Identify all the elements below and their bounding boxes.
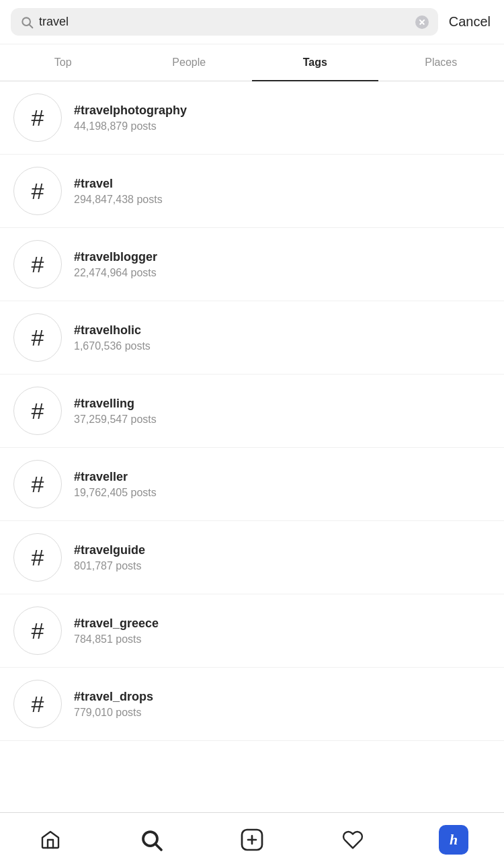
hashtag-circle: # bbox=[13, 606, 62, 655]
tag-info: #travel294,847,438 posts bbox=[74, 177, 163, 206]
tag-item[interactable]: ##travel294,847,438 posts bbox=[0, 155, 504, 228]
tag-item[interactable]: ##travelblogger22,474,964 posts bbox=[0, 228, 504, 301]
tag-list: ##travelphotography44,198,879 posts##tra… bbox=[0, 81, 504, 741]
tab-places[interactable]: Places bbox=[378, 44, 505, 81]
hashtag-circle: # bbox=[13, 680, 62, 728]
tag-name: #travelphotography bbox=[74, 104, 187, 118]
tag-count: 801,787 posts bbox=[74, 560, 145, 572]
hashtag-circle: # bbox=[13, 533, 62, 582]
hashtag-symbol: # bbox=[32, 106, 44, 129]
tag-count: 22,474,964 posts bbox=[74, 267, 157, 279]
tag-name: #travel_greece bbox=[74, 617, 159, 631]
tag-info: #travelphotography44,198,879 posts bbox=[74, 104, 187, 132]
tag-item[interactable]: ##travelguide801,787 posts bbox=[0, 521, 504, 594]
hashtag-symbol: # bbox=[32, 546, 44, 569]
hashtag-symbol: # bbox=[32, 180, 44, 202]
hashtag-circle: # bbox=[13, 93, 62, 142]
tag-name: #travelling bbox=[74, 397, 157, 411]
tag-name: #travelholic bbox=[74, 323, 151, 338]
hashtag-symbol: # bbox=[32, 619, 44, 642]
search-bar: travel Cancel bbox=[0, 0, 504, 44]
tag-info: #travelholic1,670,536 posts bbox=[74, 323, 151, 352]
tag-info: #travel_drops779,010 posts bbox=[74, 690, 153, 719]
hashtag-symbol: # bbox=[32, 253, 44, 276]
tag-name: #travelblogger bbox=[74, 250, 157, 264]
tag-item[interactable]: ##travelphotography44,198,879 posts bbox=[0, 81, 504, 155]
hashtag-circle: # bbox=[13, 167, 62, 215]
svg-line-3 bbox=[156, 844, 161, 849]
hashtag-symbol: # bbox=[32, 473, 44, 496]
tag-name: #travel bbox=[74, 177, 163, 191]
tag-info: #travelling37,259,547 posts bbox=[74, 397, 157, 426]
hashtag-circle: # bbox=[13, 460, 62, 508]
tag-count: 1,670,536 posts bbox=[74, 340, 151, 352]
tag-count: 19,762,405 posts bbox=[74, 487, 157, 499]
tabs-bar: Top People Tags Places bbox=[0, 44, 504, 81]
search-icon bbox=[20, 15, 34, 29]
tab-people[interactable]: People bbox=[126, 44, 253, 81]
tab-top[interactable]: Top bbox=[0, 44, 126, 81]
tag-count: 44,198,879 posts bbox=[74, 120, 187, 132]
tag-item[interactable]: ##travel_drops779,010 posts bbox=[0, 668, 504, 741]
tag-item[interactable]: ##travel_greece784,851 posts bbox=[0, 594, 504, 668]
tab-tags[interactable]: Tags bbox=[252, 44, 378, 81]
tag-count: 294,847,438 posts bbox=[74, 194, 163, 206]
tag-item[interactable]: ##traveller19,762,405 posts bbox=[0, 448, 504, 521]
add-icon bbox=[240, 828, 264, 852]
hashtag-symbol: # bbox=[32, 326, 44, 349]
tag-info: #travelguide801,787 posts bbox=[74, 543, 145, 572]
tag-name: #travel_drops bbox=[74, 690, 153, 704]
hashtag-circle: # bbox=[13, 240, 62, 288]
cancel-button[interactable]: Cancel bbox=[446, 14, 493, 30]
nav-halide[interactable]: h bbox=[433, 820, 474, 860]
tag-info: #travel_greece784,851 posts bbox=[74, 617, 159, 645]
tag-info: #travelblogger22,474,964 posts bbox=[74, 250, 157, 279]
home-icon bbox=[40, 829, 61, 851]
tag-info: #traveller19,762,405 posts bbox=[74, 470, 157, 499]
tag-count: 779,010 posts bbox=[74, 707, 153, 719]
hashtag-symbol: # bbox=[32, 693, 44, 715]
hashtag-circle: # bbox=[13, 387, 62, 435]
nav-add[interactable] bbox=[232, 820, 272, 860]
tag-name: #traveller bbox=[74, 470, 157, 484]
tag-name: #travelguide bbox=[74, 543, 145, 557]
svg-line-1 bbox=[30, 24, 33, 28]
bottom-nav: h bbox=[0, 812, 504, 866]
hashtag-symbol: # bbox=[32, 399, 44, 422]
nav-home[interactable] bbox=[30, 820, 71, 860]
search-input-wrapper: travel bbox=[11, 8, 438, 36]
nav-activity[interactable] bbox=[333, 820, 373, 860]
halide-icon: h bbox=[439, 825, 468, 855]
tag-count: 37,259,547 posts bbox=[74, 414, 157, 426]
tag-count: 784,851 posts bbox=[74, 633, 159, 645]
search-nav-icon bbox=[139, 828, 163, 852]
search-input[interactable]: travel bbox=[39, 15, 410, 29]
nav-search[interactable] bbox=[131, 820, 171, 860]
hashtag-circle: # bbox=[13, 313, 62, 362]
heart-icon bbox=[342, 829, 364, 851]
tag-item[interactable]: ##travelholic1,670,536 posts bbox=[0, 301, 504, 375]
clear-search-button[interactable] bbox=[415, 15, 429, 29]
tag-item[interactable]: ##travelling37,259,547 posts bbox=[0, 375, 504, 448]
